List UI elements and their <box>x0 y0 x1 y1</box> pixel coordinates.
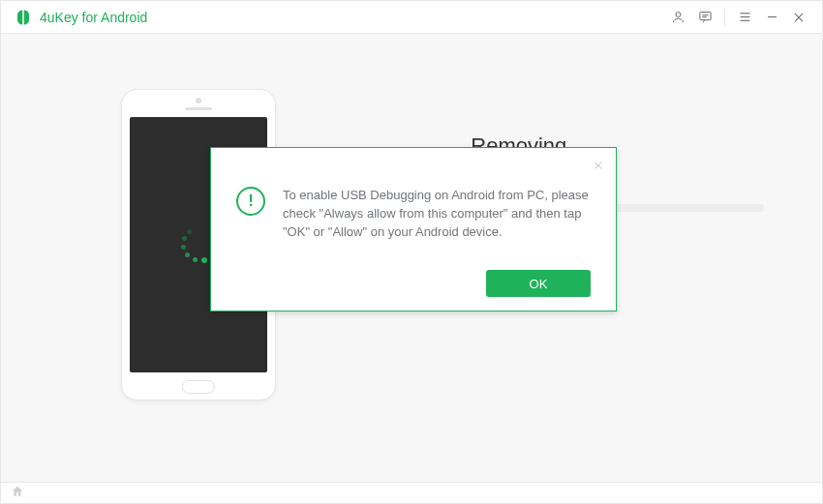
usb-debugging-dialog: ! To enable USB Debugging on Android fro… <box>210 147 617 311</box>
app-logo: 4uKey for Android <box>15 9 147 26</box>
dialog-close-icon[interactable] <box>589 156 608 175</box>
close-icon[interactable] <box>785 4 812 31</box>
account-icon[interactable] <box>664 4 691 31</box>
svg-rect-1 <box>699 13 710 20</box>
svg-point-0 <box>676 13 681 17</box>
logo-icon <box>15 9 32 26</box>
alert-icon: ! <box>236 187 265 216</box>
titlebar-separator <box>724 9 725 26</box>
ok-button[interactable]: OK <box>486 270 591 297</box>
minimize-icon[interactable] <box>758 4 785 31</box>
feedback-icon[interactable] <box>691 4 718 31</box>
dialog-message: To enable USB Debugging on Android from … <box>283 187 591 242</box>
footer-bar <box>1 482 822 503</box>
main-stage: Removing... ice during this ! To enable … <box>1 34 822 482</box>
phone-speaker <box>185 107 212 110</box>
menu-icon[interactable] <box>731 4 758 31</box>
home-icon[interactable] <box>11 485 24 501</box>
titlebar: 4uKey for Android <box>1 1 822 34</box>
phone-home-button <box>182 380 215 394</box>
app-title: 4uKey for Android <box>40 10 147 25</box>
